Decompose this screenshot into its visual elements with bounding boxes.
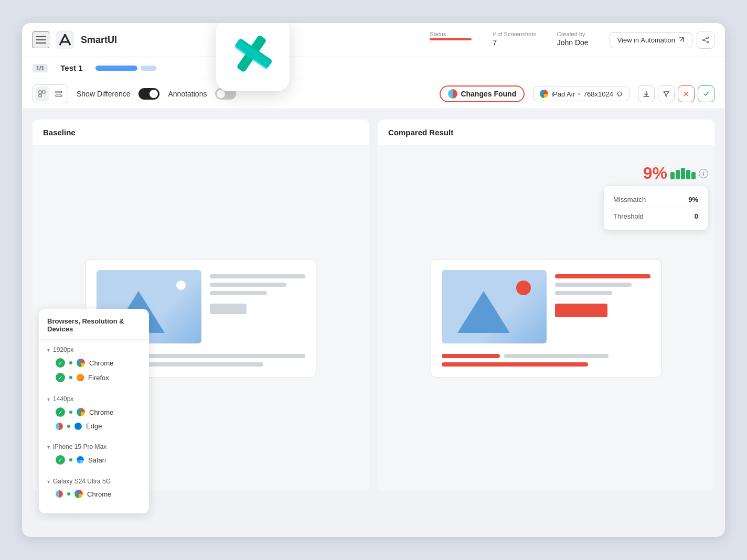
- changes-found-label: Changes Found: [461, 90, 516, 98]
- changes-found-button[interactable]: Changes Found: [440, 85, 525, 102]
- text-line-3: [210, 291, 267, 295]
- refresh-icon: [616, 91, 623, 97]
- svg-rect-9: [39, 91, 41, 93]
- smartui-logo-large: [229, 31, 276, 78]
- svg-point-6: [703, 39, 705, 41]
- info-icon[interactable]: i: [699, 169, 708, 178]
- status-dot-iphone-safari: [69, 458, 72, 461]
- firefox-icon: [77, 374, 84, 381]
- changes-found-dot-icon: [448, 89, 457, 99]
- tooltip-mismatch-row: Missmatch 9%: [613, 193, 698, 206]
- svg-rect-10: [42, 91, 45, 93]
- close-icon: [683, 91, 689, 97]
- status-dot-mixed-edge: [56, 423, 63, 430]
- browser-item-iphone-safari[interactable]: ✓ Safari: [39, 453, 149, 467]
- test-info-bar: 1/1 Test 1: [22, 57, 725, 79]
- tooltip-threshold-label: Threshold: [613, 212, 644, 220]
- device-selector[interactable]: iPad Air • 768x1024: [533, 87, 629, 101]
- annotations-label: Annotations: [168, 90, 207, 98]
- svg-rect-3: [56, 30, 74, 49]
- screenshots-meta: # of Screenshots 7: [493, 31, 536, 49]
- panel-divider: [369, 120, 378, 491]
- status-indicator: [430, 38, 472, 40]
- text-line-1: [210, 274, 305, 278]
- share-icon: [702, 36, 709, 44]
- chrome-browser-icon: [77, 359, 85, 367]
- compared-bottom-lines: [442, 350, 650, 367]
- compared-image-area: [442, 270, 650, 343]
- accept-button[interactable]: [698, 85, 714, 102]
- status-dot-mixed-galaxy: [56, 490, 63, 498]
- edge-icon: [74, 423, 82, 430]
- bar-3: [681, 168, 685, 179]
- browser-item-1440-edge[interactable]: Edge: [39, 419, 149, 433]
- bar-4: [686, 170, 690, 179]
- browser-item-1920-firefox[interactable]: ✓ Firefox: [39, 370, 149, 385]
- resolution-group-1440: ▾ 1440px ✓ Chrome Edge: [39, 389, 149, 437]
- status-dot-1920-chrome: [69, 361, 72, 364]
- diff-bottom-line-2: [442, 362, 588, 367]
- browser-item-1440-chrome[interactable]: ✓ Chrome: [39, 405, 149, 419]
- svg-rect-11: [39, 94, 41, 97]
- close-button[interactable]: [678, 85, 695, 102]
- view-automation-button[interactable]: View in Automation: [610, 32, 692, 48]
- filter-button[interactable]: [658, 85, 675, 102]
- logo-card: [216, 23, 290, 91]
- browser-item-1920-chrome[interactable]: ✓ Chrome: [39, 356, 149, 370]
- view-toggle[interactable]: [33, 84, 68, 103]
- compared-image: [442, 270, 547, 343]
- diff-bottom-line-1: [442, 354, 500, 358]
- resolution-label-1920: 1920px: [53, 346, 73, 353]
- share-button[interactable]: [697, 31, 714, 49]
- svg-rect-12: [56, 91, 62, 93]
- resolution-header-galaxy[interactable]: ▾ Galaxy S24 Ultra 5G: [39, 476, 149, 487]
- browser-name-1920-firefox: Firefox: [88, 374, 109, 382]
- resolution-label-1440: 1440px: [53, 395, 73, 403]
- created-by-value: John Doe: [557, 38, 589, 47]
- svg-point-5: [707, 41, 709, 43]
- resolution-header-1440[interactable]: ▾ 1440px: [39, 393, 149, 405]
- svg-point-4: [707, 37, 709, 39]
- chevron-icon: ▾: [47, 347, 50, 353]
- browser-item-galaxy-chrome[interactable]: Chrome: [39, 487, 149, 501]
- svg-rect-13: [56, 95, 62, 96]
- tooltip-mismatch-value: 9%: [688, 196, 698, 203]
- download-button[interactable]: [638, 85, 655, 102]
- test-badge: 1/1: [33, 64, 48, 72]
- browser-name-galaxy-chrome: Chrome: [87, 490, 111, 498]
- status-dot-1440-edge: [67, 425, 70, 428]
- chrome-browser-icon-galaxy: [74, 490, 83, 498]
- screenshots-count: 7: [493, 38, 536, 47]
- grid-view-button[interactable]: [35, 87, 49, 101]
- compared-line-3: [555, 291, 612, 295]
- resolution-header-1920[interactable]: ▾ 1920px: [39, 344, 149, 356]
- mismatch-value: 9%: [643, 164, 667, 183]
- svg-line-7: [704, 38, 707, 40]
- tooltip-threshold-value: 0: [695, 212, 698, 220]
- tooltip-mismatch-label: Missmatch: [613, 196, 646, 203]
- resolution-label-galaxy: Galaxy S24 Ultra 5G: [53, 478, 111, 485]
- resolution-header-iphone[interactable]: ▾ iPhone 15 Pro Max: [39, 441, 149, 453]
- browser-name-iphone-safari: Safari: [88, 456, 106, 464]
- show-diff-label: Show Difference: [77, 90, 130, 98]
- app-title: SmartUI: [81, 35, 117, 46]
- list-view-button[interactable]: [51, 87, 66, 101]
- mismatch-tooltip: Missmatch 9% Threshold 0: [603, 186, 708, 230]
- device-label: iPad Air: [551, 90, 575, 98]
- progress-bar-primary: [95, 66, 137, 71]
- list-icon: [55, 90, 62, 98]
- check-icon-iphone-safari: ✓: [56, 455, 65, 465]
- check-icon-1920-firefox: ✓: [56, 373, 65, 382]
- status-dot-1440-chrome: [69, 411, 72, 414]
- menu-button[interactable]: [33, 31, 49, 48]
- status-dot-galaxy-chrome: [67, 492, 70, 496]
- resolution-group-1920: ▾ 1920px ✓ Chrome ✓ Firefox: [39, 340, 149, 389]
- show-diff-toggle[interactable]: [138, 88, 159, 100]
- baseline-rect: [210, 304, 247, 314]
- baseline-title: Baseline: [43, 128, 76, 137]
- dropdown-title: Browsers, Resolution & Devices: [39, 317, 149, 340]
- status-meta: Status: [430, 31, 472, 49]
- baseline-circle: [176, 281, 186, 290]
- toolbar-actions: [638, 85, 714, 102]
- progress-bar-container: [95, 66, 156, 71]
